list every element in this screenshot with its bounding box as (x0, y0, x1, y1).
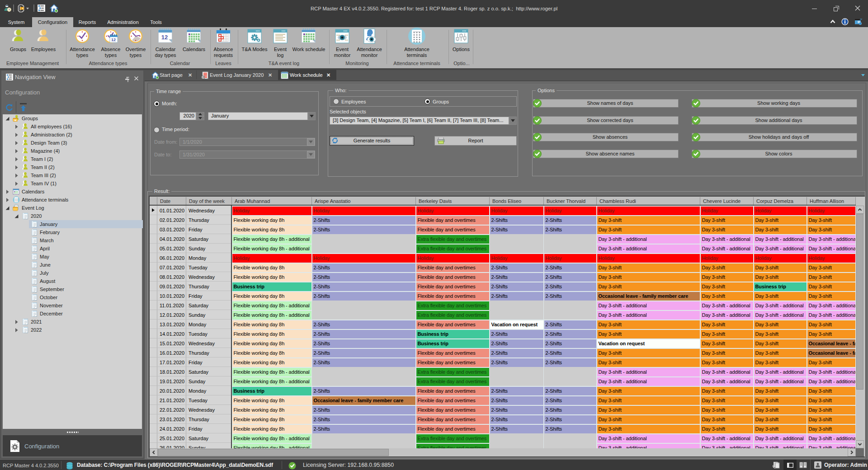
svg-text:12: 12 (111, 38, 116, 42)
svg-text:12: 12 (161, 34, 168, 41)
